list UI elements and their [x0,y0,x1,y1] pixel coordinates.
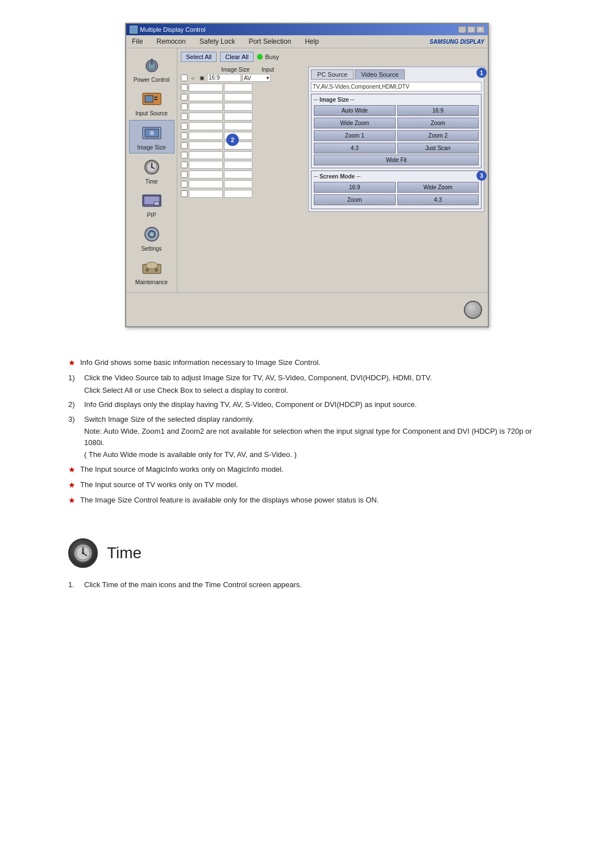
image-size-icon [142,123,162,143]
row-cell-image-size [189,103,223,111]
busy-indicator: Busy [257,53,279,60]
btn-16-9[interactable]: 16:9 [397,105,479,116]
btn-zoom2[interactable]: Zoom 2 [397,130,479,141]
note-text-star-1: Info Grid shows some basic information n… [80,357,546,369]
row-checkbox[interactable] [181,152,188,159]
row-cell-image-size [189,161,223,169]
image-size-buttons: Auto Wide 16:9 Wide Zoom Zoom Zoom 1 Zoo… [314,105,479,153]
row-checkbox[interactable] [181,123,188,130]
row-cell-input [224,93,252,101]
row-checkbox[interactable] [181,103,188,110]
grid-value-image-size: 16:9 [207,74,241,82]
time-title: Time [107,544,142,562]
main-content: Select All Clear All Busy [177,48,488,292]
grid-row [181,160,306,169]
row-checkbox[interactable] [181,94,188,101]
sidebar-label-pip: PIP [147,212,156,218]
sidebar-label-settings: Settings [141,246,161,252]
badge-1: 1 [476,68,487,78]
row-checkbox[interactable] [181,171,188,178]
note-text-3: Switch Image Size of the selected displa… [84,414,546,460]
note-3: 3) Switch Image Size of the selected dis… [68,414,546,460]
settings-icon [142,224,162,244]
right-panel: PC Source Video Source TV,AV,S-Video,Com… [308,67,484,212]
note-text-star-4: The Image Size Control feature is availa… [80,495,546,506]
btn-sm-4-3[interactable]: 4:3 [397,194,479,205]
note-star-1: ★ Info Grid shows some basic information… [68,357,546,369]
sidebar-item-input[interactable]: Input Source [129,86,175,119]
apply-button[interactable] [464,301,482,319]
menu-safety-lock[interactable]: Safety Lock [197,36,238,47]
power-icon [142,55,162,76]
menu-port-selection[interactable]: Port Selection [246,36,293,47]
bottom-panel [126,292,488,326]
sidebar-item-settings[interactable]: Settings [129,222,175,254]
grid-row [181,102,306,111]
select-all-button[interactable]: Select All [181,52,217,62]
window-title: Multiple Display Control [140,26,206,33]
svg-point-29 [82,552,84,554]
btn-wide-fit[interactable]: Wide Fit [314,155,479,165]
sidebar-item-imagesize[interactable]: Image Size [129,120,175,153]
row-checkbox[interactable] [181,84,188,91]
time-icon-large [68,538,98,568]
header-checkbox-1[interactable] [181,74,188,81]
clear-all-button[interactable]: Clear All [220,52,254,62]
row-cell-image-size [189,171,223,178]
grid-row [181,151,306,160]
row-cell-input [224,180,252,188]
menu-remocon[interactable]: Remocon [154,36,188,47]
grid-row [181,93,306,102]
row-checkbox[interactable] [181,142,188,149]
star-icon-3: ★ [68,479,76,491]
toolbar: Select All Clear All Busy [181,52,484,62]
menu-file[interactable]: File [130,36,145,47]
tab-pc-source[interactable]: PC Source [311,69,354,80]
svg-rect-2 [151,59,152,65]
row-cell-input [224,171,252,178]
btn-just-scan[interactable]: Just Scan [397,143,479,153]
svg-point-23 [146,268,149,272]
tab-video-source[interactable]: Video Source [355,69,405,80]
grid-row [181,122,306,131]
menu-help[interactable]: Help [302,36,321,47]
screen-mode-title: ─ Screen Mode ─ [314,173,479,180]
minimize-button[interactable]: _ [458,26,466,33]
window-controls[interactable]: _ □ × [458,26,484,33]
btn-sm-zoom[interactable]: Zoom [314,194,396,205]
btn-sm-16-9[interactable]: 16:9 [314,182,396,193]
maintenance-icon [142,258,162,278]
close-button[interactable]: × [476,26,484,33]
badge-2: 2 [226,134,239,146]
row-checkbox[interactable] [181,181,188,188]
busy-label: Busy [265,53,279,60]
star-icon-1: ★ [68,357,76,369]
grid-row [181,189,306,198]
maximize-button[interactable]: □ [467,26,475,33]
sidebar-item-time[interactable]: Time [129,155,175,187]
row-cell-input [224,103,252,111]
badge-3: 3 [476,171,487,181]
btn-auto-wide[interactable]: Auto Wide [314,105,396,116]
svg-point-22 [146,262,157,269]
row-checkbox[interactable] [181,190,188,197]
source-list: TV,AV,S-Video,Component,HDMI,DTV [311,82,482,92]
samsung-logo: SAMSUNG DISPLAY [430,39,485,45]
btn-zoom1[interactable]: Zoom 1 [314,130,396,141]
note-number-1: 1) [68,372,80,396]
grid-row [181,170,306,179]
btn-4-3[interactable]: 4:3 [314,143,396,153]
sidebar-item-maintenance[interactable]: Maintenance [129,255,175,288]
grid-header-input: Input [254,67,282,73]
sidebar-item-power[interactable]: Power Control [129,53,175,85]
sidebar-item-pip[interactable]: PIP [129,188,175,221]
row-checkbox[interactable] [181,113,188,120]
grid-row [181,141,306,150]
image-size-section: ─ Image Size ─ Auto Wide 16:9 Wide Zoom … [311,94,482,168]
row-checkbox[interactable] [181,161,188,168]
btn-zoom[interactable]: Zoom [397,118,479,128]
btn-sm-wide-zoom[interactable]: Wide Zoom [397,182,479,193]
row-checkbox[interactable] [181,132,188,139]
row-cell-image-size [189,93,223,101]
btn-wide-zoom[interactable]: Wide Zoom [314,118,396,128]
